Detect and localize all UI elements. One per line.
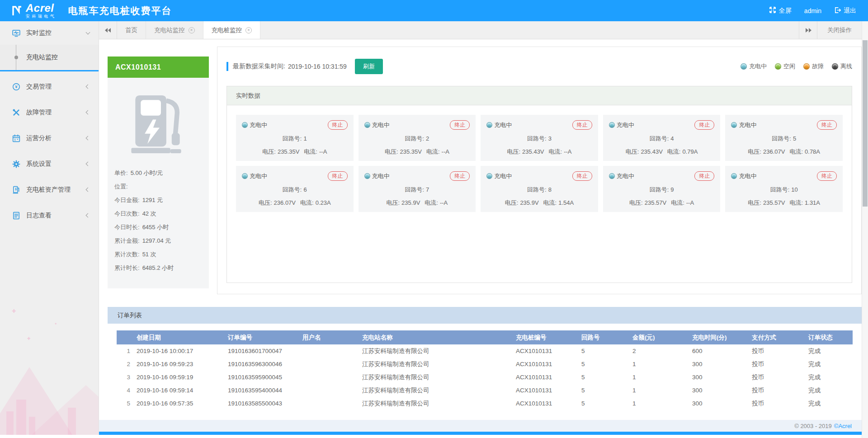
- chevron-left-icon: [86, 213, 90, 218]
- status-dot: [364, 173, 370, 179]
- charging-pile-large-icon: [114, 86, 202, 166]
- terminate-button[interactable]: 终止: [694, 171, 714, 181]
- voltage-current: 电压:235.9V电流:--A: [364, 199, 470, 207]
- status-dot: [731, 122, 737, 128]
- channel-card-6: 充电中终止 回路号:6 电压:236.07V电流:0.23A: [236, 166, 354, 212]
- table-row[interactable]: 12019-10-16 10:00:171910163601700047江苏安科…: [117, 344, 853, 358]
- terminate-button[interactable]: 终止: [817, 171, 837, 181]
- terminate-button[interactable]: 终止: [328, 171, 348, 181]
- terminate-button[interactable]: 终止: [694, 120, 714, 130]
- circuit-number: 回路号:10: [731, 186, 837, 194]
- stat-today-amount: 今日金额:1291 元: [114, 193, 202, 207]
- tab-station-monitor[interactable]: 充电站监控 ×: [146, 21, 203, 39]
- sidebar-item-faults[interactable]: 故障管理: [0, 99, 99, 125]
- logo-subtext: 安科瑞电气: [26, 14, 57, 19]
- channel-card-4: 充电中终止 回路号:4 电压:235.43V电流:0.79A: [603, 115, 721, 161]
- terminate-button[interactable]: 终止: [817, 120, 837, 130]
- tabs-scroll-right-button[interactable]: [799, 21, 817, 39]
- status-dot: [242, 173, 248, 179]
- scrollbar-thumb[interactable]: [863, 40, 868, 207]
- tab-label: 首页: [125, 26, 137, 34]
- sidebar-item-pile-assets[interactable]: 充电桩资产管理: [0, 177, 99, 203]
- idle-status-dot: [775, 63, 781, 70]
- status-dot: [364, 122, 370, 128]
- sidebar-item-realtime-monitor[interactable]: 实时监控: [0, 21, 99, 45]
- stat-unit-price: 单价:5.00 小时/元: [114, 166, 202, 180]
- refresh-button[interactable]: 刷新: [355, 59, 383, 74]
- copyright-text: © 2003 - 2019: [794, 423, 832, 429]
- logo-text: Acrel: [26, 3, 57, 14]
- voltage-current: 电压:235.9V电流:1.54A: [486, 199, 592, 207]
- tab-bar: 首页 充电站监控 × 充电桩监控 × 关闭操作: [99, 21, 868, 39]
- brand-link[interactable]: ©Acrel: [834, 423, 852, 429]
- page-title: 电瓶车充电桩收费平台: [68, 5, 172, 17]
- channel-status: 充电中: [494, 121, 512, 129]
- close-icon[interactable]: ×: [245, 27, 252, 33]
- channel-status: 充电中: [494, 172, 512, 180]
- col-pile-no: 充电桩编号: [514, 330, 580, 344]
- close-operations-menu[interactable]: 关闭操作: [817, 21, 862, 39]
- table-row[interactable]: 52019-10-16 09:57:351910163585500043江苏安科…: [117, 397, 853, 410]
- sidebar-item-station-monitor[interactable]: 充电站监控: [0, 45, 99, 70]
- channel-card-7: 充电中终止 回路号:7 电压:235.9V电流:--A: [359, 166, 476, 212]
- app-header: Acrel 安科瑞电气 电瓶车充电桩收费平台 全屏 admin 退出: [0, 0, 868, 21]
- circuit-number: 回路号:7: [364, 186, 470, 194]
- terminate-button[interactable]: 终止: [450, 120, 470, 130]
- voltage-current: 电压:235.57V电流:1.31A: [731, 199, 837, 207]
- circuit-number: 回路号:1: [242, 135, 348, 143]
- monitor-icon: [12, 29, 20, 37]
- col-created: 创建日期: [135, 330, 226, 344]
- fullscreen-label: 全屏: [779, 7, 792, 15]
- chevron-left-icon: [86, 162, 90, 166]
- close-icon[interactable]: ×: [189, 27, 195, 33]
- circuit-number: 回路号:6: [242, 186, 348, 194]
- sidebar-item-logs[interactable]: 日志查看: [0, 203, 99, 228]
- sidebar-item-analysis[interactable]: 运营分析: [0, 125, 99, 151]
- tabs-scroll-left-button[interactable]: [99, 21, 117, 39]
- terminate-button[interactable]: 终止: [572, 171, 592, 181]
- channel-status: 充电中: [372, 121, 390, 129]
- status-dot: [486, 122, 492, 128]
- terminate-button[interactable]: 终止: [450, 171, 470, 181]
- col-charge-time: 充电时间(分): [690, 330, 750, 344]
- tab-pile-monitor[interactable]: 充电桩监控 ×: [203, 21, 261, 39]
- device-id: ACX1010131: [108, 57, 209, 78]
- status-dot: [731, 173, 737, 179]
- channel-card-1: 充电中终止 回路号:1 电压:235.35V电流:--A: [236, 115, 354, 161]
- chevron-left-icon: [86, 110, 90, 115]
- logout-button[interactable]: 退出: [834, 7, 856, 15]
- channel-card-3: 充电中终止 回路号:3 电压:235.43V电流:--A: [481, 115, 598, 161]
- status-dot: [242, 122, 248, 128]
- realtime-box: 最新数据采集时间: 2019-10-16 10:31:59 刷新 充电中 空闲 …: [217, 47, 862, 294]
- calendar-icon: [12, 134, 20, 142]
- col-order-no: 订单编号: [226, 330, 301, 344]
- orders-panel: 订单列表 创建日期 订单编号 用户名 充电站名称: [108, 307, 862, 418]
- acrel-logo: Acrel 安科瑞电气: [12, 3, 57, 19]
- table-row[interactable]: 22019-10-16 09:59:231910163596300046江苏安科…: [117, 358, 853, 371]
- circuit-number: 回路号:3: [486, 135, 592, 143]
- sidebar-item-settings[interactable]: 系统设置: [0, 151, 99, 177]
- orders-table: 创建日期 订单编号 用户名 充电站名称 充电桩编号 回路号 金额(元) 充电时间…: [117, 330, 853, 410]
- channel-card-9: 充电中终止 回路号:9 电压:235.57V电流:--A: [603, 166, 721, 212]
- charging-pile-icon: [12, 186, 20, 194]
- orders-table-header: 创建日期 订单编号 用户名 充电站名称 充电桩编号 回路号 金额(元) 充电时间…: [117, 330, 853, 344]
- table-row[interactable]: 32019-10-16 09:59:191910163595900045江苏安科…: [117, 371, 853, 384]
- legend-fault: 故障: [803, 62, 824, 71]
- fullscreen-button[interactable]: 全屏: [769, 6, 792, 15]
- circuit-number: 回路号:4: [609, 135, 715, 143]
- terminate-button[interactable]: 终止: [328, 120, 348, 130]
- chevron-left-icon: [86, 136, 90, 141]
- sidebar-decoration: ✚ ✦ ✚: [0, 304, 99, 435]
- vertical-scrollbar[interactable]: [862, 21, 868, 438]
- sidebar-item-transactions[interactable]: ¥ 交易管理: [0, 74, 99, 99]
- terminate-button[interactable]: 终止: [572, 120, 592, 130]
- user-menu[interactable]: admin: [804, 7, 821, 14]
- active-group-divider: [0, 70, 99, 71]
- stat-total-count: 累计次数:51 次: [114, 248, 202, 261]
- sidebar-subitem-label: 充电站监控: [26, 53, 58, 61]
- collect-time-label: 最新数据采集时间:: [233, 62, 285, 71]
- fullscreen-icon: [769, 6, 776, 15]
- table-row[interactable]: 42019-10-16 09:59:141910163595400044江苏安科…: [117, 384, 853, 397]
- col-amount: 金额(元): [631, 330, 690, 344]
- tab-home[interactable]: 首页: [117, 21, 146, 39]
